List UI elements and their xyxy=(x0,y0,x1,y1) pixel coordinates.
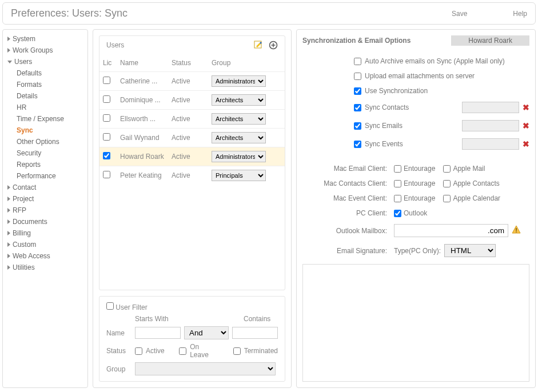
sync_contacts-label: Sync Contacts xyxy=(365,103,409,111)
filter-contains-input[interactable] xyxy=(232,327,278,339)
lic-checkbox[interactable] xyxy=(103,77,110,84)
sidebar-sub-performance[interactable]: Performance xyxy=(3,170,87,182)
user-status: Active xyxy=(168,110,208,129)
table-row[interactable]: Gail WynandActiveAdministratorsArchitect… xyxy=(99,129,285,147)
use_sync-label: Use Synchronization xyxy=(365,87,428,95)
sidebar-item-billing[interactable]: Billing xyxy=(3,227,87,239)
sync_contacts-checkbox[interactable] xyxy=(354,104,361,111)
sync-opt-upload-attach: Upload email attachments on server xyxy=(302,69,529,83)
lic-checkbox[interactable] xyxy=(103,152,110,159)
sidebar-item-contact[interactable]: Contact xyxy=(3,182,87,193)
group-select[interactable]: AdministratorsArchitectsPrincipals xyxy=(212,151,266,162)
sidebar-sub-reports[interactable]: Reports xyxy=(3,159,87,170)
sync-opt-auto-archive: Auto Archive emails on Sync (Apple Mail … xyxy=(302,54,529,69)
table-row[interactable]: Peter KeatingActiveAdministratorsArchite… xyxy=(99,166,285,185)
mac_email-apple-mail-checkbox[interactable] xyxy=(443,165,451,173)
sidebar-sub-formats[interactable]: Formats xyxy=(3,79,87,90)
sync_events-field[interactable] xyxy=(462,138,519,150)
filter-startswith-input[interactable] xyxy=(135,327,181,339)
user-status: Active xyxy=(168,72,208,91)
page-title: Preferences: Users: Sync xyxy=(11,7,406,19)
sidebar-sub-other-options[interactable]: Other Options xyxy=(3,136,87,147)
group-select[interactable]: AdministratorsArchitectsPrincipals xyxy=(212,75,266,87)
user-name: Gail Wynand xyxy=(117,129,168,147)
sidebar-sub-time-expense[interactable]: Time / Expense xyxy=(3,113,87,125)
signature-type-label: Type(PC Only): xyxy=(394,247,441,255)
auto_archive-checkbox[interactable] xyxy=(354,58,361,65)
group-select[interactable]: AdministratorsArchitectsPrincipals xyxy=(212,132,266,143)
delete-icon[interactable]: ✖ xyxy=(523,139,529,149)
lic-checkbox[interactable] xyxy=(103,114,110,122)
sidebar-item-work-groups[interactable]: Work Groups xyxy=(3,45,87,56)
sidebar-sub-sync[interactable]: Sync xyxy=(3,125,87,136)
lic-checkbox[interactable] xyxy=(103,133,110,141)
filter-terminated-checkbox[interactable] xyxy=(233,347,241,355)
mac_contacts-entourage-checkbox[interactable] xyxy=(394,180,401,187)
sidebar-sub-defaults[interactable]: Defaults xyxy=(3,67,87,79)
sidebar-item-web-access[interactable]: Web Access xyxy=(3,250,87,262)
mac_contacts-apple-contacts-checkbox[interactable] xyxy=(443,180,451,187)
edit-icon[interactable] xyxy=(254,41,263,50)
lic-checkbox[interactable] xyxy=(103,171,110,178)
sidebar-sub-hr[interactable]: HR xyxy=(3,102,87,113)
signature-box[interactable] xyxy=(302,264,529,382)
mac_email-entourage-checkbox[interactable] xyxy=(394,165,401,173)
delete-icon[interactable]: ✖ xyxy=(523,121,529,130)
user-name: Catherine ... xyxy=(117,72,168,91)
sidebar-item-custom[interactable]: Custom xyxy=(3,239,87,250)
filter-group-select[interactable] xyxy=(135,362,276,375)
sync-user-chip: Howard Roark xyxy=(451,35,529,46)
add-icon[interactable] xyxy=(269,41,278,50)
pc_client-outlook-checkbox[interactable] xyxy=(394,210,401,217)
sidebar-item-system[interactable]: System xyxy=(3,33,87,45)
use_sync-checkbox[interactable] xyxy=(354,87,361,95)
sidebar-item-users[interactable]: Users xyxy=(3,56,87,67)
sidebar-item-project[interactable]: Project xyxy=(3,193,87,205)
mailbox-label: Outlook Mailbox: xyxy=(302,227,394,235)
group-select[interactable]: AdministratorsArchitectsPrincipals xyxy=(212,113,266,125)
signature-type-select[interactable]: HTML xyxy=(444,244,496,257)
table-row[interactable]: Ellsworth ...ActiveAdministratorsArchite… xyxy=(99,110,285,129)
mac_event-entourage-checkbox[interactable] xyxy=(394,195,401,202)
sync-title: Synchronization & Email Options xyxy=(302,37,451,45)
sync_emails-checkbox[interactable] xyxy=(354,122,361,130)
group-select[interactable]: AdministratorsArchitectsPrincipals xyxy=(212,94,266,106)
sync_events-checkbox[interactable] xyxy=(354,141,361,148)
sidebar-sub-security[interactable]: Security xyxy=(3,147,87,159)
client-row-mac-contacts: Mac Contacts Client:EntourageApple Conta… xyxy=(302,176,529,191)
upload_attach-checkbox[interactable] xyxy=(354,73,361,80)
users-table: Lic Name Status Group Catherine ...Activ… xyxy=(99,54,285,185)
sync-opt-sync-contacts: Sync Contacts✖ xyxy=(302,98,529,117)
pc_client-label: PC Client: xyxy=(302,209,394,217)
sync_contacts-field[interactable] xyxy=(462,102,519,113)
filter-title: User Filter xyxy=(115,303,147,311)
group-select[interactable]: AdministratorsArchitectsPrincipals xyxy=(212,170,266,181)
delete-icon[interactable]: ✖ xyxy=(523,103,529,112)
sidebar-sub-details[interactable]: Details xyxy=(3,90,87,102)
table-row[interactable]: Dominique ...ActiveAdministratorsArchite… xyxy=(99,91,285,110)
lic-checkbox[interactable] xyxy=(103,95,110,103)
filter-onleave-checkbox[interactable] xyxy=(179,347,186,355)
save-button[interactable]: Save xyxy=(452,10,467,18)
filter-enable-checkbox[interactable] xyxy=(106,302,114,310)
filter-startswith-label: Starts With xyxy=(135,315,185,323)
warning-icon xyxy=(512,225,521,236)
table-row[interactable]: Catherine ...ActiveAdministratorsArchite… xyxy=(99,72,285,91)
filter-and-select[interactable]: And xyxy=(184,326,229,339)
table-row[interactable]: Howard RoarkActiveAdministratorsArchitec… xyxy=(99,147,285,166)
sync-opt-use-sync: Use Synchronization xyxy=(302,83,529,98)
filter-group-label: Group xyxy=(106,365,131,373)
user-filter: User Filter Starts With Contains Name An… xyxy=(99,296,285,382)
col-group: Group xyxy=(208,54,285,72)
sync-opt-sync-emails: Sync Emails✖ xyxy=(302,117,529,135)
help-button[interactable]: Help xyxy=(513,10,527,18)
sidebar-item-utilities[interactable]: Utilities xyxy=(3,262,87,273)
sidebar-item-rfp[interactable]: RFP xyxy=(3,205,87,216)
user-status: Active xyxy=(168,147,208,166)
sidebar-item-documents[interactable]: Documents xyxy=(3,216,87,227)
mailbox-input[interactable] xyxy=(394,224,508,237)
mac_event-apple-calendar-checkbox[interactable] xyxy=(443,195,451,202)
sync_emails-field[interactable] xyxy=(462,120,519,131)
window-header: Preferences: Users: Sync Save Help xyxy=(2,2,536,25)
filter-active-checkbox[interactable] xyxy=(135,347,142,355)
